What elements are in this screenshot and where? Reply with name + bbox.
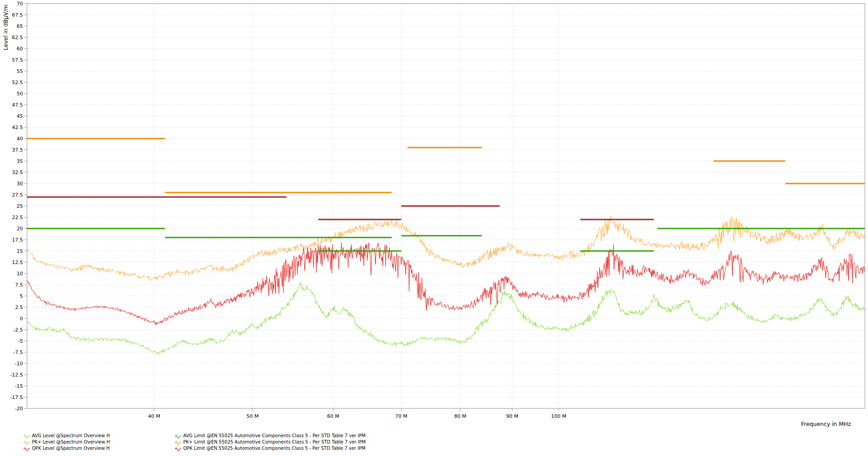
y-tick-label: 5 (20, 293, 23, 299)
trace-squiggle-icon (23, 434, 30, 439)
y-tick-label: -15 (15, 383, 23, 389)
y-tick-label: -7.5 (14, 349, 23, 355)
y-axis-title: Level in dBµV/m (2, 4, 9, 50)
trace-squiggle-icon (23, 440, 30, 445)
y-tick-label: 45 (17, 113, 23, 119)
trace-squiggle-icon (175, 440, 181, 445)
y-tick-label: -2.5 (14, 327, 23, 333)
y-tick-label: 42.5 (12, 125, 23, 130)
y-tick-label: 20 (17, 226, 23, 232)
legend-label: QPK Level @Spectrum Overview H (32, 446, 110, 451)
y-tick-label: 65 (17, 23, 23, 29)
trace-pk+ (27, 215, 865, 281)
trace-avg (27, 282, 865, 354)
y-tick-label: 12.5 (12, 260, 23, 265)
x-tick-label: 90 M (506, 413, 518, 419)
legend-label: PK+ Limit @EN 55025 Automotive Component… (183, 439, 366, 445)
y-tick-label: -17.5 (10, 394, 23, 400)
y-tick-label: 35 (17, 158, 23, 164)
y-tick-label: 70 (17, 1, 23, 7)
y-tick-label: 62.5 (12, 35, 23, 40)
y-tick-label: 22.5 (12, 215, 23, 220)
legend-item-avg-limit[interactable]: AVG Limit @EN 55025 Automotive Component… (175, 433, 366, 439)
y-tick-label: 25 (17, 203, 23, 209)
legend-item-qpk-limit[interactable]: QPK Limit @EN 55025 Automotive Component… (175, 446, 366, 451)
x-tick-label: 60 M (327, 413, 339, 419)
legend-item-pk+-limit[interactable]: PK+ Limit @EN 55025 Automotive Component… (175, 439, 366, 445)
y-tick-label: 7.5 (15, 282, 23, 288)
y-tick-label: 10 (17, 271, 23, 277)
legend-item-pk+-trace[interactable]: PK+ Level @Spectrum Overview H (23, 439, 110, 445)
x-tick-label: 40 M (148, 413, 160, 419)
y-tick-label: 55 (17, 68, 23, 74)
trace-squiggle-icon (175, 446, 181, 451)
limit-lines (27, 139, 865, 251)
y-tick-label: -5 (18, 338, 23, 344)
trace-squiggle-icon (175, 434, 181, 439)
y-tick-label: -20 (15, 406, 23, 412)
y-tick-label: -12.5 (10, 372, 23, 378)
y-tick-label: 67.5 (12, 12, 23, 18)
y-tick-label: 2.5 (15, 305, 23, 310)
axis-ticks (24, 4, 559, 411)
y-tick-label: 32.5 (12, 170, 23, 175)
x-tick-label: 50 M (247, 413, 259, 419)
legend-label: AVG Limit @EN 55025 Automotive Component… (183, 433, 366, 439)
y-tick-label: 37.5 (12, 147, 23, 153)
emc-spectrum-overview: 7067.56562.56057.55552.55047.54542.54037… (0, 0, 868, 457)
x-tick-label: 100 M (551, 413, 566, 419)
legend-column: AVG Level @Spectrum Overview HPK+ Level … (23, 433, 110, 451)
y-tick-label: 27.5 (12, 192, 23, 198)
x-tick-label: 80 M (454, 413, 466, 419)
axis-tick-labels: 7067.56562.56057.55552.55047.54542.54037… (10, 1, 567, 419)
legend-column: AVG Limit @EN 55025 Automotive Component… (175, 433, 366, 451)
trace-qpk (27, 242, 865, 325)
y-tick-label: 30 (17, 181, 23, 187)
legend-label: QPK Limit @EN 55025 Automotive Component… (183, 446, 366, 451)
y-tick-label: 15 (17, 248, 23, 254)
spectrum-plot-canvas[interactable]: 7067.56562.56057.55552.55047.54542.54037… (0, 0, 868, 457)
y-tick-label: 50 (17, 91, 23, 97)
y-tick-label: 0 (20, 316, 23, 322)
y-tick-label: 40 (17, 136, 23, 142)
x-tick-label: 70 M (395, 413, 407, 419)
legend-label: PK+ Level @Spectrum Overview H (32, 439, 110, 445)
trace-squiggle-icon (23, 446, 30, 451)
legend-item-avg-trace[interactable]: AVG Level @Spectrum Overview H (23, 433, 110, 439)
legend-item-qpk-trace[interactable]: QPK Level @Spectrum Overview H (23, 446, 110, 451)
y-tick-label: 52.5 (12, 80, 23, 85)
legend-label: AVG Level @Spectrum Overview H (32, 433, 110, 439)
y-tick-label: 60 (17, 46, 23, 52)
y-tick-label: -10 (15, 361, 23, 367)
y-tick-label: 47.5 (12, 102, 23, 108)
y-tick-label: 57.5 (12, 57, 23, 63)
x-axis-title: Frequency in MHz (801, 421, 851, 427)
y-tick-label: 17.5 (12, 237, 23, 243)
